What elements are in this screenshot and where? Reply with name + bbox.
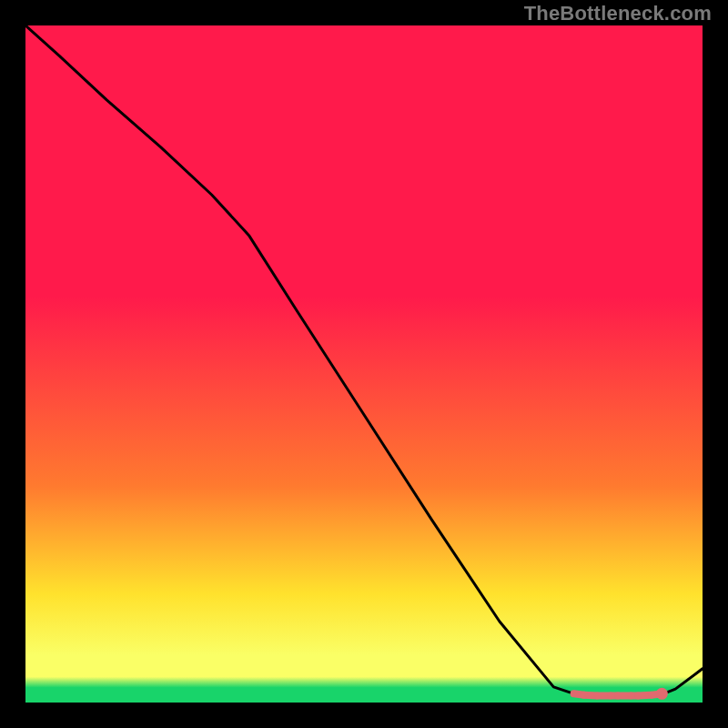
watermark-text: TheBottleneck.com — [524, 2, 712, 25]
optimal-markers — [574, 693, 662, 695]
chart-stage: TheBottleneck.com — [0, 0, 728, 728]
chart-svg — [25, 25, 703, 703]
gradient-background — [25, 25, 703, 703]
plot-area — [25, 25, 703, 703]
optimal-end-dot — [656, 688, 668, 700]
